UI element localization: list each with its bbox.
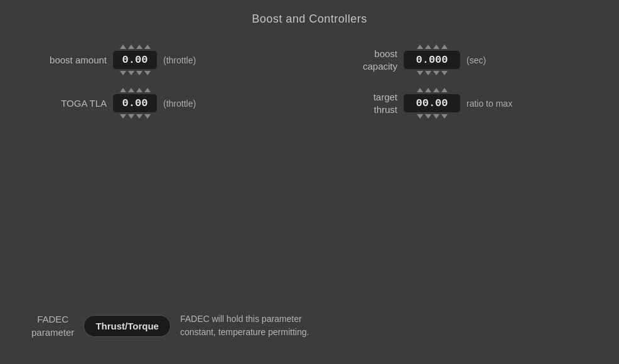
target-thrust-down-arrow-3[interactable] bbox=[433, 114, 439, 119]
target-thrust-row: target thrust 00.00 ratio to max bbox=[322, 88, 588, 119]
boost-capacity-down-arrow-3[interactable] bbox=[433, 71, 439, 75]
boost-capacity-down-arrow-1[interactable] bbox=[417, 71, 423, 75]
toga-tla-down-arrow-2[interactable] bbox=[128, 114, 134, 119]
boost-amount-up-arrow-4[interactable] bbox=[144, 45, 151, 49]
boost-capacity-label: boost capacity bbox=[322, 48, 397, 72]
boost-amount-down-arrow-4[interactable] bbox=[144, 71, 151, 75]
fadec-label: FADEC parameter bbox=[31, 313, 74, 339]
toga-tla-unit: (throttle) bbox=[163, 99, 196, 109]
target-thrust-unit: ratio to max bbox=[466, 99, 512, 109]
toga-tla-value[interactable]: 0.00 bbox=[113, 94, 157, 112]
toga-tla-down-arrow-4[interactable] bbox=[144, 114, 151, 119]
boost-capacity-down-arrow-2[interactable] bbox=[425, 71, 431, 75]
boost-capacity-up-arrows bbox=[417, 45, 448, 49]
main-container: Boost and Controllers boost amount 0.00 bbox=[0, 0, 619, 364]
boost-capacity-down-arrows bbox=[417, 71, 448, 75]
boost-capacity-up-arrow-3[interactable] bbox=[433, 45, 439, 49]
target-thrust-up-arrow-2[interactable] bbox=[425, 88, 431, 92]
toga-tla-up-arrow-1[interactable] bbox=[120, 88, 126, 92]
boost-amount-down-arrows bbox=[120, 71, 151, 75]
target-thrust-down-arrow-2[interactable] bbox=[425, 114, 431, 119]
target-thrust-up-arrow-1[interactable] bbox=[417, 88, 423, 92]
boost-amount-up-arrow-3[interactable] bbox=[136, 45, 143, 49]
boost-amount-down-arrow-3[interactable] bbox=[136, 71, 143, 75]
target-thrust-value[interactable]: 00.00 bbox=[404, 94, 460, 112]
target-thrust-down-arrows bbox=[417, 114, 448, 119]
boost-amount-label: boost amount bbox=[31, 55, 107, 65]
toga-tla-up-arrow-3[interactable] bbox=[136, 88, 143, 92]
boost-capacity-row: boost capacity 0.000 (sec) bbox=[322, 45, 588, 75]
boost-capacity-up-arrow-2[interactable] bbox=[425, 45, 431, 49]
boost-amount-up-arrow-2[interactable] bbox=[128, 45, 134, 49]
target-thrust-spinner[interactable]: 00.00 bbox=[404, 88, 460, 119]
toga-tla-spinner[interactable]: 0.00 bbox=[113, 88, 157, 119]
boost-amount-spinner[interactable]: 0.00 bbox=[113, 45, 157, 75]
boost-amount-row: boost amount 0.00 (throttle) bbox=[31, 45, 297, 75]
fadec-value-button[interactable]: Thrust/Torque bbox=[83, 315, 171, 337]
target-thrust-up-arrows bbox=[417, 88, 448, 92]
boost-amount-up-arrows bbox=[120, 45, 151, 49]
toga-tla-up-arrow-4[interactable] bbox=[144, 88, 151, 92]
toga-tla-down-arrow-3[interactable] bbox=[136, 114, 143, 119]
fadec-description: FADEC will hold this parameter constant,… bbox=[180, 313, 309, 339]
boost-amount-up-arrow-1[interactable] bbox=[120, 45, 126, 49]
toga-tla-up-arrow-2[interactable] bbox=[128, 88, 134, 92]
boost-capacity-spinner[interactable]: 0.000 bbox=[404, 45, 460, 75]
boost-capacity-up-arrow-4[interactable] bbox=[441, 45, 448, 49]
target-thrust-label: target thrust bbox=[322, 91, 397, 115]
toga-tla-row: TOGA TLA 0.00 (throttle) bbox=[31, 88, 297, 119]
toga-tla-down-arrows bbox=[120, 114, 151, 119]
boost-amount-unit: (throttle) bbox=[163, 55, 196, 65]
target-thrust-down-arrow-1[interactable] bbox=[417, 114, 423, 119]
toga-tla-label: TOGA TLA bbox=[31, 98, 107, 109]
toga-tla-down-arrow-1[interactable] bbox=[120, 114, 126, 119]
boost-capacity-down-arrow-4[interactable] bbox=[441, 71, 448, 75]
toga-tla-up-arrows bbox=[120, 88, 151, 92]
controls-grid: boost amount 0.00 (throttle) bbox=[19, 45, 600, 119]
page-title: Boost and Controllers bbox=[19, 13, 600, 26]
boost-capacity-unit: (sec) bbox=[466, 55, 486, 65]
fadec-section: FADEC parameter Thrust/Torque FADEC will… bbox=[31, 313, 309, 339]
boost-amount-value[interactable]: 0.00 bbox=[113, 51, 157, 69]
target-thrust-up-arrow-3[interactable] bbox=[433, 88, 439, 92]
boost-capacity-value[interactable]: 0.000 bbox=[404, 51, 460, 69]
boost-amount-down-arrow-2[interactable] bbox=[128, 71, 134, 75]
boost-amount-down-arrow-1[interactable] bbox=[120, 71, 126, 75]
target-thrust-down-arrow-4[interactable] bbox=[441, 114, 448, 119]
target-thrust-up-arrow-4[interactable] bbox=[441, 88, 448, 92]
boost-capacity-up-arrow-1[interactable] bbox=[417, 45, 423, 49]
